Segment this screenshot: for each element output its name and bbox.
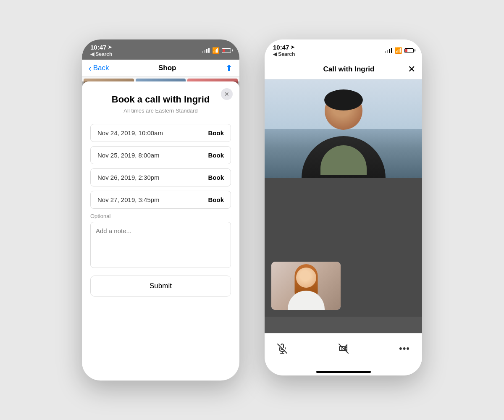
share-button[interactable]: ⬆: [226, 63, 233, 73]
slot-book-button-0[interactable]: Book: [208, 129, 224, 136]
status-bar-2: 10:47 ➤ ◀ Search 📶: [265, 39, 422, 60]
video-remote: [265, 79, 422, 178]
phone-booking: 10:47 ➤ ◀ Search 📶 ‹ Back Shop: [82, 39, 239, 381]
mute-button[interactable]: [273, 339, 291, 358]
slot-row-3: Nov 27, 2019, 3:45pm Book: [90, 191, 231, 209]
slot-date-2: Nov 26, 2019, 2:30pm: [97, 174, 160, 181]
note-input[interactable]: [90, 222, 231, 268]
phone-video-call: 10:47 ➤ ◀ Search 📶 Call with Ingrid ✕: [265, 39, 422, 375]
status-bar-left-2: 10:47 ➤ ◀ Search: [273, 44, 295, 57]
status-right-2: 📶: [385, 47, 414, 54]
slot-book-button-1[interactable]: Book: [208, 152, 224, 159]
status-nav-1: ◀ Search: [90, 51, 112, 57]
chevron-left-icon: ‹: [89, 63, 92, 73]
slot-row-2: Nov 26, 2019, 2:30pm Book: [90, 168, 231, 186]
booking-modal: ✕ Book a call with Ingrid All times are …: [82, 81, 239, 381]
slot-date-0: Nov 24, 2019, 10:00am: [97, 129, 163, 136]
slot-book-button-3[interactable]: Book: [208, 196, 224, 203]
nav-bar-1: ‹ Back Shop ⬆: [82, 60, 239, 77]
call-close-button[interactable]: ✕: [408, 64, 415, 75]
status-time-2: 10:47 ➤: [273, 44, 295, 51]
call-controls: •••: [265, 333, 422, 364]
signal-icon-1: [202, 48, 210, 53]
location-icon: ➤: [108, 45, 112, 50]
video-self: [271, 262, 341, 310]
slot-row-0: Nov 24, 2019, 10:00am Book: [90, 124, 231, 142]
modal-title: Book a call with Ingrid: [90, 94, 231, 105]
slot-book-button-2[interactable]: Book: [208, 174, 224, 181]
submit-button[interactable]: Submit: [90, 276, 231, 297]
page-title: Shop: [158, 64, 176, 72]
status-nav-2: ◀ Search: [273, 51, 295, 57]
slot-date-1: Nov 25, 2019, 8:00am: [97, 152, 160, 159]
ellipsis-icon: •••: [399, 343, 410, 354]
call-title: Call with Ingrid: [290, 65, 408, 74]
status-bar-1: 10:47 ➤ ◀ Search 📶: [82, 39, 239, 60]
modal-subtitle: All times are Eastern Standard: [90, 108, 231, 114]
status-bar-left-1: 10:47 ➤ ◀ Search: [90, 44, 112, 57]
battery-icon-1: [222, 48, 231, 53]
home-indicator-2: [265, 364, 422, 375]
status-right-1: 📶: [202, 47, 231, 54]
optional-label: Optional: [90, 213, 231, 219]
wifi-icon-1: 📶: [212, 47, 219, 54]
back-label: Back: [93, 64, 109, 72]
location-icon-2: ➤: [291, 45, 294, 50]
modal-close-button[interactable]: ✕: [221, 88, 233, 100]
battery-icon-2: [404, 48, 414, 53]
slot-date-3: Nov 27, 2019, 3:45pm: [97, 196, 160, 203]
call-header: Call with Ingrid ✕: [265, 60, 422, 79]
more-options-button[interactable]: •••: [395, 339, 414, 358]
wifi-icon-2: 📶: [395, 47, 402, 54]
video-main-area: [265, 79, 422, 333]
video-dark-area: [265, 178, 422, 317]
back-button[interactable]: ‹ Back: [89, 63, 109, 73]
slot-row-1: Nov 25, 2019, 8:00am Book: [90, 146, 231, 164]
camera-button[interactable]: [334, 339, 353, 358]
signal-icon-2: [385, 48, 392, 53]
modal-overlay: ✕ Book a call with Ingrid All times are …: [82, 81, 239, 381]
status-time-1: 10:47 ➤: [90, 44, 112, 51]
